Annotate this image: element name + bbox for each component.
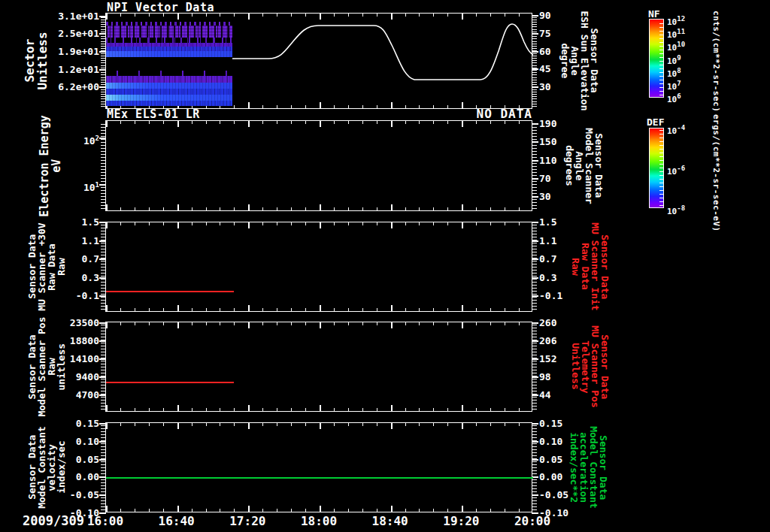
time-tick-label: 18:00 [289,514,349,528]
time-tick-label: 16:40 [147,514,207,528]
y-axis-left-ticks: 3.1e+012.5e+011.9e+011.2e+016.2e+00 [47,14,99,108]
panel-npi-vector-data: 3.1e+012.5e+011.9e+011.2e+016.2e+00 9075… [105,13,532,109]
time-tick-label: 19:20 [431,514,491,528]
time-tick-label: 16:00 [75,514,135,528]
panel-model-constant: 0.150.100.050.00-0.05-0.10 0.150.100.050… [105,422,532,512]
scanner-pos-line [106,382,234,383]
model-constant-velocity-line [106,477,533,479]
date-label: 2009/309 [14,513,84,528]
y-minor-ticks [532,15,537,107]
nf-colorbar-ticks [659,21,663,95]
panel-model-scanner-pos: 23500188001410094004700 2602061529844 Se… [105,322,532,412]
time-axis-labels: 16:0016:4017:2018:0018:4019:2020:00 [105,514,532,530]
y-axis-right-label: Sensor Data MU Scanner Init Raw Data Raw [571,222,610,310]
y-axis-right-label: Sensor Data MU Scanner Pos Telemetry Uni… [571,325,610,408]
time-tick-label: 18:40 [360,514,420,528]
y-axis-right-label: Sensor Data Model Constant acceleration … [569,426,608,509]
panel-mu-scanner-30v: 1.51.10.70.3-0.1 1.51.10.70.3-0.1 Sensor… [105,222,532,312]
npi-sector-spectrogram [106,22,232,106]
y-axis-right-label: Sensor Data Model Scanner Angle degrees [565,128,604,204]
def-colorbar-title: DEF [647,116,664,128]
mu-scanner-raw-line [106,291,234,292]
panel-mex-els: 102101 1901501107030 Electron Energy eV … [105,120,532,211]
nf-colorbar-units: cnts/(cm**2-sr-sec) [711,11,721,112]
def-colorbar: 10-410-610-8 [649,128,664,208]
def-colorbar-tick-labels: 10-410-610-8 [667,128,702,207]
plot-page: NPI Vector Data MEx ELS-01 LR NO DATA 3.… [0,0,770,532]
time-tick-label: 20:00 [502,514,562,528]
x-major-ticks [106,14,532,20]
y-axis-left-label: Sensor Data Model Constant velocity inde… [27,426,66,509]
nf-colorbar: 101210111010109108107106 [649,19,664,98]
y-axis-right-label: Sensor Data ESH Sun Elevation Angle degr… [560,11,599,110]
x-minor-ticks [106,14,532,17]
y-minor-ticks [101,15,105,107]
y-axis-left-label: Electron Energy eV [38,115,62,216]
y-axis-left-label: Sensor Data MU Scanner +30V Raw Data Raw [27,222,66,310]
y-axis-left-label: Sensor Data Model Scanner Pos Raw unitle… [27,316,66,416]
nf-colorbar-title: NF [648,8,660,20]
def-colorbar-ticks [659,130,663,206]
y-axis-left-label: Sector Unitless [23,32,49,89]
nf-colorbar-tick-labels: 101210111010109108107106 [667,20,702,97]
time-tick-label: 17:20 [217,514,277,528]
def-colorbar-units: ergs/(cm**2-sr-sec-eV) [711,114,721,232]
